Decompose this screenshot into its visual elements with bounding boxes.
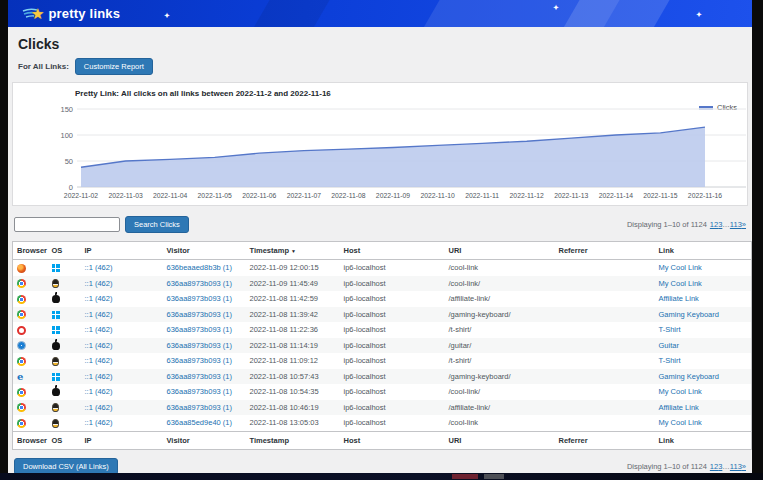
displaying-text: Displaying 1–10 of 1124 [627, 220, 707, 229]
browser-cell [13, 307, 48, 323]
ip-cell: ::1 (462) [81, 291, 163, 307]
x-tick-label: 2022-11-15 [643, 192, 677, 199]
page-link-113[interactable]: 113 [730, 220, 742, 229]
visitor-cell-link[interactable]: 636aa8973b093 (1) [167, 294, 232, 303]
x-tick-label: 2022-11-09 [376, 192, 410, 199]
chrome-icon [17, 403, 26, 412]
page-link-»[interactable]: » [742, 462, 746, 471]
column-header-timestamp[interactable]: Timestamp▼ [246, 242, 340, 260]
visitor-cell-link[interactable]: 636aa8973b093 (1) [167, 356, 232, 365]
visitor-cell-link[interactable]: 636aa8973b093 (1) [167, 341, 232, 350]
referrer-cell [555, 369, 655, 385]
link-cell-link[interactable]: Affiliate Link [659, 294, 699, 303]
uri-cell: /gaming-keyboard/ [445, 307, 555, 323]
y-tick-label: 150 [60, 105, 73, 114]
uri-cell: /cool-link [445, 415, 555, 431]
visitor-cell-link[interactable]: 636aa8973b093 (1) [167, 372, 232, 381]
column-header-link[interactable]: Link [655, 431, 752, 449]
link-cell-link[interactable]: T-Shirt [659, 356, 681, 365]
table-row: ::1 (462)636aa8973b093 (1)2022-11-08 10:… [13, 400, 752, 416]
table-body: ::1 (462)636beaaed8b3b (1)2022-11-09 12:… [13, 260, 752, 432]
column-header-visitor[interactable]: Visitor [163, 431, 246, 449]
referrer-cell [555, 291, 655, 307]
customize-report-button[interactable]: Customize Report [75, 58, 153, 75]
link-cell-link[interactable]: Guitar [659, 341, 679, 350]
column-header-uri[interactable]: URI [445, 431, 555, 449]
timestamp-cell: 2022-11-08 11:39:42 [246, 307, 340, 323]
ip-cell-link[interactable]: ::1 (462) [85, 356, 113, 365]
link-cell-link[interactable]: Gaming Keyboard [659, 372, 719, 381]
page-link-113[interactable]: 113 [730, 462, 742, 471]
uri-cell: /gaming-keyboard/ [445, 369, 555, 385]
y-tick-label: 100 [60, 131, 73, 140]
link-cell-link[interactable]: My Cool Link [659, 279, 702, 288]
column-header-referrer[interactable]: Referrer [555, 431, 655, 449]
search-input[interactable] [14, 217, 120, 232]
column-header-host[interactable]: Host [340, 431, 445, 449]
column-header-os[interactable]: OS [48, 242, 81, 260]
uri-cell: /cool-link/ [445, 276, 555, 292]
table-row: ::1 (462)636aa8973b093 (1)2022-11-08 10:… [13, 384, 752, 400]
column-header-ip[interactable]: IP [81, 242, 163, 260]
ip-cell-link[interactable]: ::1 (462) [85, 279, 113, 288]
timestamp-cell: 2022-11-09 11:45:49 [246, 276, 340, 292]
x-tick-label: 2022-11-10 [420, 192, 454, 199]
ip-cell-link[interactable]: ::1 (462) [85, 387, 113, 396]
visitor-cell-link[interactable]: 636aa8973b093 (1) [167, 403, 232, 412]
ip-cell-link[interactable]: ::1 (462) [85, 310, 113, 319]
ip-cell-link[interactable]: ::1 (462) [85, 294, 113, 303]
ip-cell-link[interactable]: ::1 (462) [85, 325, 113, 334]
column-header-os[interactable]: OS [48, 431, 81, 449]
host-cell: ip6-localhost [340, 338, 445, 354]
link-cell-link[interactable]: My Cool Link [659, 387, 702, 396]
visitor-cell: 636beaaed8b3b (1) [163, 260, 246, 276]
chrome-icon [17, 310, 26, 319]
table-row: ::1 (462)636aa8973b093 (1)2022-11-08 11:… [13, 338, 752, 354]
link-cell-link[interactable]: T-Shirt [659, 325, 681, 334]
pagination-top: Displaying 1–10 of 1124 123…113» [627, 220, 746, 229]
column-header-timestamp[interactable]: Timestamp [246, 431, 340, 449]
table-footer-header: BrowserOSIPVisitorTimestampHostURIReferr… [13, 431, 752, 449]
search-clicks-button[interactable]: Search Clicks [125, 216, 189, 233]
link-cell: Affiliate Link [655, 291, 752, 307]
uri-cell: /t-shirt/ [445, 322, 555, 338]
page-links: 123…113» [710, 220, 746, 229]
x-tick-label: 2022-11-16 [688, 192, 722, 199]
host-cell: ip6-localhost [340, 369, 445, 385]
column-header-browser[interactable]: Browser [13, 242, 48, 260]
column-header-host[interactable]: Host [340, 242, 445, 260]
visitor-cell-link[interactable]: 636aa8973b093 (1) [167, 279, 232, 288]
column-header-browser[interactable]: Browser [13, 431, 48, 449]
ip-cell-link[interactable]: ::1 (462) [85, 372, 113, 381]
column-header-ip[interactable]: IP [81, 431, 163, 449]
visitor-cell-link[interactable]: 636aa8973b093 (1) [167, 310, 232, 319]
link-cell-link[interactable]: Gaming Keyboard [659, 310, 719, 319]
browser-cell [13, 291, 48, 307]
page-link-»[interactable]: » [742, 220, 746, 229]
chrome-icon [17, 388, 26, 397]
chart-title: Pretty Link: All clicks on all links bet… [75, 89, 331, 98]
visitor-cell-link[interactable]: 636aa8973b093 (1) [167, 387, 232, 396]
link-cell-link[interactable]: My Cool Link [659, 263, 702, 272]
visitor-cell-link[interactable]: 636aa85ed9e40 (1) [167, 418, 232, 427]
ip-cell-link[interactable]: ::1 (462) [85, 263, 113, 272]
link-cell-link[interactable]: Affiliate Link [659, 403, 699, 412]
column-header-visitor[interactable]: Visitor [163, 242, 246, 260]
link-cell: Affiliate Link [655, 400, 752, 416]
browser-cell [13, 353, 48, 369]
ip-cell-link[interactable]: ::1 (462) [85, 403, 113, 412]
column-header-uri[interactable]: URI [445, 242, 555, 260]
browser-cell [13, 338, 48, 354]
timestamp-cell: 2022-11-09 12:00:15 [246, 260, 340, 276]
link-cell-link[interactable]: My Cool Link [659, 418, 702, 427]
ip-cell-link[interactable]: ::1 (462) [85, 341, 113, 350]
timestamp-cell: 2022-11-08 13:05:03 [246, 415, 340, 431]
x-tick-label: 2022-11-03 [108, 192, 142, 199]
ip-cell-link[interactable]: ::1 (462) [85, 418, 113, 427]
column-header-referrer[interactable]: Referrer [555, 242, 655, 260]
visitor-cell-link[interactable]: 636beaaed8b3b (1) [167, 263, 232, 272]
column-header-link[interactable]: Link [655, 242, 752, 260]
download-csv-button[interactable]: Download CSV (All Links) [14, 458, 118, 473]
referrer-cell [555, 384, 655, 400]
visitor-cell-link[interactable]: 636aa8973b093 (1) [167, 325, 232, 334]
